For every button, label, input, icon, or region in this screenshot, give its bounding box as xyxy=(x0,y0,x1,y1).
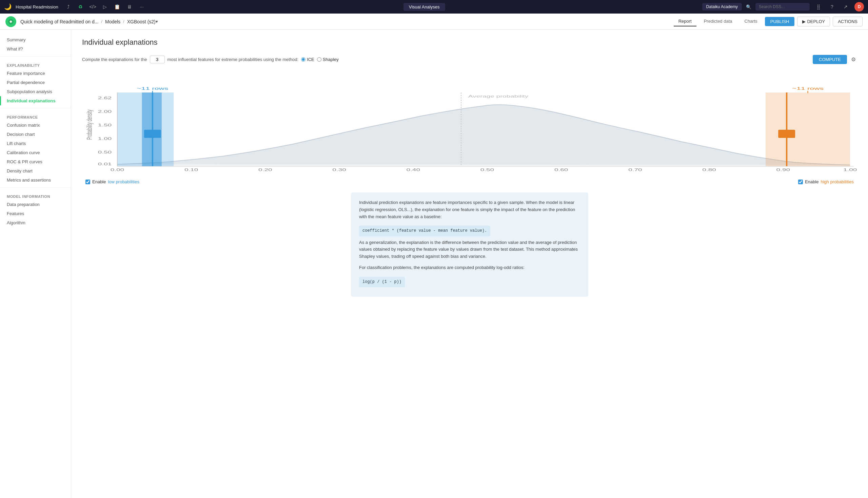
sidebar-item-algorithm[interactable]: Algorithm xyxy=(0,218,71,227)
dataiku-academy-btn[interactable]: Dataiku Academy xyxy=(702,3,742,11)
content-area: Individual explanations Compute the expl… xyxy=(71,30,868,498)
sidebar-section-performance: PERFORMANCE xyxy=(0,111,71,121)
breadcrumb-dropdown-btn[interactable]: ▾ xyxy=(156,19,158,24)
more-icon[interactable]: ··· xyxy=(137,2,146,12)
sidebar-item-density-chart[interactable]: Density chart xyxy=(0,166,71,175)
search-icon: 🔍 xyxy=(746,4,751,10)
compute-row: Compute the explanations for the most in… xyxy=(82,55,857,64)
svg-text:~11 rows: ~11 rows xyxy=(792,87,824,90)
svg-text:0.60: 0.60 xyxy=(554,168,568,172)
info-paragraph-1: Individual prediction explanations are f… xyxy=(359,199,580,220)
chart-area: Probability density 0.01 0.50 1.00 1.50 … xyxy=(82,72,857,174)
app-name: Hospital Readmission xyxy=(16,4,58,10)
svg-text:Probability density: Probability density xyxy=(85,109,93,140)
sidebar-item-decision-chart[interactable]: Decision chart xyxy=(0,130,71,139)
compute-count-input[interactable] xyxy=(150,55,165,63)
svg-text:1.50: 1.50 xyxy=(98,123,112,127)
breadcrumb-sep2: / xyxy=(123,19,125,24)
sidebar: Summary What if? EXPLAINABILITY Feature … xyxy=(0,30,71,498)
breadcrumb-project[interactable]: Quick modeling of Readmitted on d... xyxy=(20,19,98,24)
clipboard-icon[interactable]: 📋 xyxy=(113,2,122,12)
sidebar-section-model-info: MODEL INFORMATION xyxy=(0,191,71,200)
method-shapley-radio[interactable]: Shapley xyxy=(317,57,339,62)
breadcrumb-models[interactable]: Models xyxy=(105,19,120,24)
sidebar-item-what-if[interactable]: What if? xyxy=(0,44,71,53)
monitor-icon[interactable]: 🖥 xyxy=(125,2,134,12)
svg-text:2.00: 2.00 xyxy=(98,110,112,114)
sidebar-item-data-preparation[interactable]: Data preparation xyxy=(0,200,71,209)
svg-text:0.10: 0.10 xyxy=(184,168,198,172)
svg-rect-23 xyxy=(142,92,162,166)
visual-analyses-label[interactable]: Visual Analyses xyxy=(404,3,445,11)
sidebar-item-summary[interactable]: Summary xyxy=(0,35,71,44)
play-icon[interactable]: ▷ xyxy=(100,2,110,12)
tab-report[interactable]: Report xyxy=(674,17,697,26)
breadcrumb-sep1: / xyxy=(101,19,102,24)
sidebar-section-explainability: EXPLAINABILITY xyxy=(0,59,71,69)
method-ice-radio[interactable]: ICE xyxy=(301,57,314,62)
probability-density-chart: Probability density 0.01 0.50 1.00 1.50 … xyxy=(82,72,857,174)
checkbox-row: Enable low probabilities Enable high pro… xyxy=(82,179,857,184)
low-prob-label: low probabilities xyxy=(108,179,139,184)
code-icon[interactable]: </> xyxy=(88,2,98,12)
info-paragraph-3: For classification problems, the explana… xyxy=(359,264,580,271)
actions-button[interactable]: ACTIONS xyxy=(833,17,863,26)
deploy-button[interactable]: ▶ DEPLOY xyxy=(797,17,830,26)
svg-text:0.00: 0.00 xyxy=(111,168,124,172)
tab-charts[interactable]: Charts xyxy=(740,17,762,26)
high-prob-label: high probabilities xyxy=(820,179,854,184)
svg-text:1.00: 1.00 xyxy=(843,168,857,172)
svg-text:0.50: 0.50 xyxy=(481,168,494,172)
svg-text:~11 rows: ~11 rows xyxy=(137,87,168,90)
svg-text:0.90: 0.90 xyxy=(777,168,790,172)
sidebar-item-confusion-matrix[interactable]: Confusion matrix xyxy=(0,121,71,130)
help-icon[interactable]: ? xyxy=(827,2,837,12)
svg-text:0.20: 0.20 xyxy=(258,168,272,172)
svg-text:Average probability: Average probability xyxy=(468,94,528,98)
compute-button[interactable]: COMPUTE xyxy=(813,55,847,64)
share-icon[interactable]: ⤴ xyxy=(64,2,73,12)
sidebar-item-lift-charts[interactable]: Lift charts xyxy=(0,139,71,148)
compute-prefix: Compute the explanations for the xyxy=(82,57,147,62)
svg-rect-30 xyxy=(778,130,795,138)
page-title: Individual explanations xyxy=(82,38,857,47)
external-link-icon[interactable]: ↗ xyxy=(841,2,850,12)
avatar[interactable]: D xyxy=(854,2,864,12)
top-nav: 🌙 Hospital Readmission ⤴ ♻ </> ▷ 📋 🖥 ···… xyxy=(0,0,868,14)
low-probabilities-checkbox[interactable]: Enable low probabilities xyxy=(86,179,139,184)
svg-text:0.30: 0.30 xyxy=(332,168,346,172)
sidebar-item-subpopulation-analysis[interactable]: Subpopulation analysis xyxy=(0,87,71,96)
compute-suffix: most influential features for extreme pr… xyxy=(167,57,299,62)
grid-icon[interactable]: ⣿ xyxy=(814,2,823,12)
app-logo-icon: 🌙 xyxy=(4,3,12,11)
tab-predicted-data[interactable]: Predicted data xyxy=(699,17,737,26)
sidebar-item-features[interactable]: Features xyxy=(0,209,71,218)
play-small-icon: ▶ xyxy=(802,19,806,24)
dss-logo[interactable] xyxy=(5,16,16,27)
sidebar-item-feature-importance[interactable]: Feature importance xyxy=(0,69,71,78)
settings-button[interactable]: ⚙ xyxy=(850,55,857,64)
svg-text:0.70: 0.70 xyxy=(628,168,642,172)
sidebar-item-metrics-assertions[interactable]: Metrics and assertions xyxy=(0,175,71,185)
svg-text:0.40: 0.40 xyxy=(407,168,420,172)
code-block-1: coefficient * (feature value - mean feat… xyxy=(359,226,490,236)
svg-text:2.62: 2.62 xyxy=(98,96,112,100)
high-probabilities-checkbox[interactable]: Enable high probabilities xyxy=(798,179,854,184)
search-input[interactable] xyxy=(755,3,810,11)
breadcrumb-bar: Quick modeling of Readmitted on d... / M… xyxy=(0,14,868,30)
sidebar-item-partial-dependence[interactable]: Partial dependence xyxy=(0,78,71,87)
code-block-2: log(p / (1 - p)) xyxy=(359,277,405,287)
chart-container: Probability density 0.01 0.50 1.00 1.50 … xyxy=(82,72,857,174)
info-box: Individual prediction explanations are f… xyxy=(351,193,588,297)
publish-button[interactable]: PUBLISH xyxy=(765,17,795,26)
sidebar-item-roc-pr-curves[interactable]: ROC & PR curves xyxy=(0,157,71,166)
recycle-icon[interactable]: ♻ xyxy=(76,2,86,12)
svg-text:0.01: 0.01 xyxy=(98,162,112,166)
sidebar-item-calibration-curve[interactable]: Calibration curve xyxy=(0,148,71,157)
svg-text:0.80: 0.80 xyxy=(702,168,716,172)
info-paragraph-2: As a generalization, the explanation is … xyxy=(359,239,580,260)
svg-text:0.50: 0.50 xyxy=(98,150,112,154)
svg-rect-25 xyxy=(144,130,161,138)
sidebar-item-individual-explanations[interactable]: Individual explanations xyxy=(0,96,71,105)
svg-rect-28 xyxy=(766,92,850,166)
